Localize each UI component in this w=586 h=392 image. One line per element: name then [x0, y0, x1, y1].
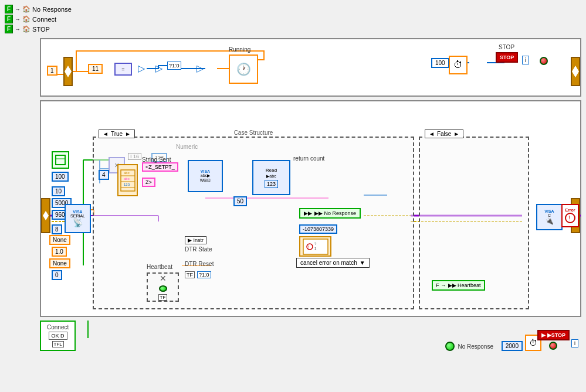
connect-label: Connect	[47, 324, 69, 330]
toolbar-house-2: 🏠	[22, 15, 31, 23]
cancel-error-selector[interactable]: cancel error on match ▼	[296, 258, 370, 268]
false-heartbeat-f: F	[436, 282, 439, 288]
bottom-const-2000: 2000	[502, 341, 523, 351]
visa-write-vi[interactable]: VISA abc▶ W⊞⊡	[188, 160, 223, 192]
toolbar-arrow-2: →	[15, 16, 21, 22]
noresponse-bottom-label: No Response	[458, 343, 493, 350]
stop-button-top[interactable]: STOP	[496, 52, 518, 63]
svg-marker-0	[65, 66, 72, 77]
toolbar-item-connect[interactable]: F → 🏠 Connect	[5, 15, 581, 23]
toolbar-label-noresponse: No Response	[32, 6, 72, 13]
bottom-stop-area: ▶ ▶STOP	[537, 330, 570, 350]
mult-sym: ✕	[160, 274, 167, 283]
case-selector-true[interactable]: ◄ True ►	[99, 129, 135, 138]
dtr-state-label: DTR State	[185, 246, 212, 253]
main-panel: 100 10 5000 9600 8 None 1.0 None 0 VISA …	[40, 100, 581, 317]
case-left-arrow: ◄	[103, 131, 109, 137]
svg-marker-1	[572, 66, 579, 77]
return-count-label: return count	[293, 155, 324, 162]
error-out-block: Error !	[561, 204, 579, 227]
left-const-0: 0	[52, 270, 62, 280]
svg-text:abc: abc	[124, 177, 130, 180]
i-terminal-top: i	[522, 56, 529, 64]
main-shift-left	[41, 198, 50, 233]
top-const-100: 100	[431, 58, 449, 68]
stop-label-top: STOP	[499, 44, 514, 50]
select-21-0: ?1:0	[167, 62, 181, 70]
toolbar-arrow-1: →	[15, 6, 21, 12]
toolbar-items: F → 🏠 No Response F → 🏠 Connect F → 🏠 ST…	[5, 5, 581, 33]
svg-marker-21	[43, 211, 49, 220]
false-value: False	[437, 131, 451, 137]
heartbeat-label: Heartbeat	[147, 264, 172, 270]
no-response-text: ▶▶ No Response	[314, 210, 356, 216]
visa-serial-label: VISA	[73, 210, 82, 214]
case-true-value: True	[111, 131, 123, 137]
z-setpt-const: <Z_SETPT_	[142, 162, 178, 172]
false-heartbeat-vi[interactable]: F → ▶▶ Heartbeat	[432, 280, 485, 291]
enum-control[interactable]	[52, 151, 69, 169]
visa-write-wires: W⊞⊡	[200, 178, 211, 183]
neg-const: -1073807339	[299, 224, 337, 234]
left-const-10: 10	[52, 186, 65, 196]
const-50: 50	[233, 196, 247, 206]
visa-read-num: 123	[265, 180, 278, 188]
false-heartbeat-text: ▶▶ Heartbeat	[448, 282, 481, 288]
error-cluster: ! ? 1	[299, 236, 331, 257]
dtr-tf-area: TF ?1:0	[185, 271, 211, 278]
left-const-none1: None	[49, 235, 70, 245]
toolbar-f-badge-2: F	[5, 15, 13, 23]
case-selector-false[interactable]: ◄ False ►	[425, 129, 463, 138]
bottom-stop-led	[549, 342, 557, 350]
left-const-none2: None	[49, 258, 70, 268]
toolbar-item-noresponse[interactable]: F → 🏠 No Response	[5, 5, 581, 13]
dtr-reset-label: DTR Reset	[185, 261, 214, 267]
heartbeat-led	[159, 285, 167, 292]
svg-text:abc: abc	[124, 171, 130, 175]
left-const-100: 100	[52, 172, 69, 182]
toolbar-item-stop[interactable]: F → 🏠 STOP	[5, 25, 581, 33]
no-response-vi[interactable]: ▶▶ ▶▶ No Response	[299, 208, 361, 219]
heartbeat-block: ✕ TF	[147, 272, 179, 302]
green-wire-bottom	[87, 321, 89, 338]
svg-text:!: !	[568, 215, 570, 221]
instr-block: ▶ Instr	[185, 236, 206, 244]
left-const-8: 8	[52, 224, 62, 234]
case-false-panel: ◄ False ► F → ▶▶ Heartbeat	[419, 137, 529, 309]
visa-serial-sublabel: SERIAL	[70, 214, 85, 218]
top-loop-panel: 1 11 = ▷ ▷ ?1:0 ▷ Running 🕐 100 ⏱ STOP S…	[40, 38, 581, 97]
toolbar-label-stop: STOP	[32, 26, 50, 33]
visa-write-label: VISA	[201, 169, 210, 173]
bottom-row: Connect OK D TFL No Response 2000 ⏱ ▶ ▶S…	[40, 321, 581, 351]
visa-read-vi[interactable]: Read ▶abc 123	[252, 160, 290, 195]
wait-icon: ⏱	[449, 56, 468, 74]
cancel-error-text: cancel error on match	[300, 260, 357, 266]
toolbar-house-1: 🏠	[22, 5, 31, 13]
case-const-4: 4	[99, 170, 109, 180]
bottom-stop-button[interactable]: ▶ ▶STOP	[537, 330, 570, 340]
main-container: F → 🏠 No Response F → 🏠 Connect F → 🏠 ST…	[0, 0, 586, 356]
visa-close-vi[interactable]: VISA C 🔌	[536, 204, 563, 230]
toolbar-house-3: 🏠	[22, 25, 31, 33]
left-const-1-0: 1.0	[52, 247, 67, 257]
no-response-bottom: No Response	[445, 342, 493, 351]
z-const: Z>	[142, 178, 155, 187]
connect-panel: Connect OK D TFL	[40, 321, 76, 351]
case-right-arrow: ►	[125, 131, 131, 137]
chevron-3: ▷	[197, 63, 204, 74]
shift-reg-right	[571, 57, 580, 86]
visa-serial-block[interactable]: VISA SERIAL 📡	[65, 204, 91, 233]
visa-c-icon: 🔌	[546, 217, 554, 225]
visa-serial-icon: 📡	[73, 218, 83, 227]
stop-text: ▶STOP	[547, 332, 565, 338]
toolbar-label-connect: Connect	[32, 16, 56, 23]
ticker-icon: 🕐	[229, 54, 258, 84]
chevron-2: ▷	[155, 63, 162, 74]
bundle-block: abc abc 123	[117, 164, 138, 196]
false-heartbeat-arrow: →	[441, 282, 446, 288]
connect-tfl: TFL	[52, 341, 64, 347]
svg-text:!: !	[308, 244, 309, 250]
false-right-arrow: ►	[453, 131, 459, 137]
case-true-panel: ◄ True ► Case Structure 4 abc abc 123	[93, 137, 414, 309]
top-const-1: 1	[47, 66, 57, 76]
